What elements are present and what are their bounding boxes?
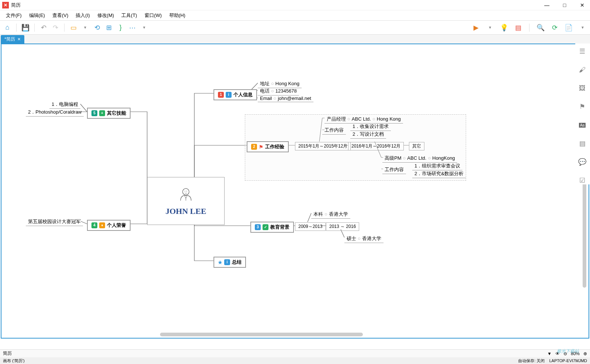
right-panel: ☰ 🖌 🖼 ⚑ Aa ▤ 💬 ☑ — [575, 44, 589, 184]
format-icon[interactable]: 🖌 — [578, 66, 586, 74]
share-icon[interactable]: ⟳ — [550, 23, 559, 32]
edu-period-2[interactable]: 2013 ～ 2016 — [326, 222, 359, 231]
export-icon[interactable]: 📄 — [564, 23, 573, 32]
image-icon[interactable]: 🖼 — [578, 84, 586, 92]
topic-icon[interactable]: ▭ — [69, 23, 78, 32]
comment-icon[interactable]: 💬 — [578, 158, 586, 166]
work-job1-task1[interactable]: 1．收集设计需求 — [350, 122, 391, 131]
personal-phone[interactable]: 电话○12345678 — [258, 87, 299, 96]
value: 产品经理 — [327, 116, 346, 122]
edu-degree-1[interactable]: 本科○香港大学 — [311, 210, 350, 219]
menu-view[interactable]: 查看(V) — [49, 11, 72, 20]
edu-degree-2[interactable]: 硕士○香港大学 — [344, 235, 384, 243]
dropdown-icon[interactable]: ▼ — [140, 23, 149, 32]
more-icon[interactable]: ⋯ — [128, 23, 137, 32]
bottom-label: 简历 — [3, 350, 12, 357]
tab-bar: *简历 ✕ — [0, 35, 590, 44]
connectors — [1, 44, 496, 339]
priority-badge: 5 — [91, 110, 97, 116]
skill-1[interactable]: 1．电脑编程 — [49, 100, 80, 109]
relation-icon[interactable]: ⟲ — [93, 23, 101, 32]
separator — [34, 24, 35, 32]
gantt-icon[interactable]: ▤ — [514, 23, 523, 32]
work-period-1[interactable]: 2015年1月～2015年12月 — [295, 142, 351, 150]
work-job1-task2[interactable]: 2．写设计文档 — [350, 130, 386, 139]
search-icon[interactable]: 🔍 — [536, 23, 545, 32]
notes-icon[interactable]: ▤ — [578, 139, 586, 148]
window-title: 简历 — [11, 2, 541, 8]
work-job1-content-label[interactable]: 工作内容 — [322, 126, 346, 135]
save-icon[interactable]: 💾 — [21, 23, 30, 32]
summary-icon[interactable]: } — [116, 23, 125, 32]
label: Email — [260, 96, 272, 101]
home-icon[interactable]: ⌂ — [3, 23, 12, 32]
value: 高级PM — [385, 155, 402, 161]
redo-icon[interactable]: ↷ — [51, 23, 60, 32]
task-icon[interactable]: ☑ — [578, 176, 586, 184]
close-button[interactable]: ✕ — [577, 1, 588, 9]
text-icon[interactable]: Aa — [578, 121, 586, 129]
maximize-button[interactable]: □ — [559, 1, 570, 9]
work-period-2[interactable]: 2016年1月～2016年12月 — [348, 142, 404, 150]
check-badge: ✓ — [263, 224, 268, 230]
menu-modify[interactable]: 修改(M) — [94, 11, 118, 20]
dropdown-icon[interactable]: ▼ — [486, 23, 494, 32]
node-label: 个人荣誉 — [107, 222, 126, 229]
node-work-exp[interactable]: 2 ⚑ 工作经验 — [247, 141, 289, 152]
central-topic[interactable]: JOHN LEE — [147, 177, 225, 225]
value: john@email.net — [278, 96, 311, 101]
present-icon[interactable]: ▶ — [472, 23, 480, 32]
dropdown-icon[interactable]: ▼ — [81, 23, 90, 32]
app-icon: ✕ — [2, 2, 9, 8]
undo-icon[interactable]: ↶ — [39, 23, 48, 32]
boundary-icon[interactable]: ⊞ — [104, 23, 113, 32]
status-canvas: 画布 ('简历') — [3, 358, 25, 364]
canvas[interactable]: JOHN LEE 1 i 个人信息 2 ⚑ 工作经验 3 ✓ 教育背景 ★ i … — [1, 44, 589, 339]
edu-period-1[interactable]: 2009～2013 — [295, 222, 326, 231]
status-device: LAPTOP-EVI7MJMD — [549, 358, 587, 363]
node-skills[interactable]: 5 + 其它技能 — [87, 108, 131, 119]
skill-2[interactable]: 2．Photoshop/Coraldraw — [26, 108, 84, 117]
menu-window[interactable]: 窗口(W) — [141, 11, 166, 20]
toolbar: ⌂ 💾 ↶ ↷ ▭ ▼ ⟲ ⊞ } ⋯ ▼ ▶ ▼ 💡 ▤ 🔍 ⟳ 📄 ▼ — [0, 21, 590, 35]
value: 本科 — [313, 211, 323, 217]
avatar-icon — [177, 186, 195, 204]
menu-file[interactable]: 文件(F) — [2, 11, 25, 20]
work-job2-task2[interactable]: 2．市场研究&数据分析 — [412, 170, 466, 178]
work-other[interactable]: 其它 — [409, 142, 424, 150]
honor-1[interactable]: 第五届校园设计大赛冠军 — [26, 218, 83, 226]
node-summary[interactable]: ★ i 总结 — [214, 257, 246, 268]
info-badge: i — [226, 92, 232, 98]
tab-close-icon[interactable]: ✕ — [17, 37, 21, 42]
node-education[interactable]: 3 ✓ 教育背景 — [250, 222, 294, 233]
work-job2-content-label[interactable]: 工作内容 — [382, 166, 406, 174]
outline-icon[interactable]: ☰ — [578, 47, 586, 55]
idea-icon[interactable]: 💡 — [500, 23, 509, 32]
watermark: 极光下载站 — [557, 348, 579, 354]
filter-icon[interactable]: ▼ — [547, 351, 552, 356]
menu-edit[interactable]: 编辑(E) — [25, 11, 49, 20]
personal-email[interactable]: Email○john@email.net — [258, 95, 313, 102]
value: 香港大学 — [362, 236, 381, 241]
marker-icon[interactable]: ⚑ — [578, 103, 586, 111]
separator — [16, 24, 17, 32]
menu-bar: 文件(F) 编辑(E) 查看(V) 插入(I) 修改(M) 工具(T) 窗口(W… — [0, 10, 590, 21]
node-personal-info[interactable]: 1 i 个人信息 — [214, 89, 257, 100]
priority-badge: 3 — [255, 224, 261, 230]
zoom-in-icon[interactable]: ⊕ — [583, 351, 587, 356]
separator — [529, 24, 530, 32]
work-job2-task1[interactable]: 1．组织需求审查会议 — [412, 162, 462, 170]
menu-help[interactable]: 帮助(H) — [166, 11, 189, 20]
menu-insert[interactable]: 插入(I) — [72, 11, 93, 20]
plus-badge: + — [99, 110, 105, 116]
work-job2-title[interactable]: 高级PM○ABC Ltd.○HongKong — [382, 154, 457, 163]
document-tab[interactable]: *简历 ✕ — [1, 35, 24, 44]
minimize-button[interactable]: — — [541, 1, 552, 9]
status-autosave: 自动保存: 关闭 — [518, 358, 545, 363]
info-badge: i — [224, 259, 230, 265]
node-honor[interactable]: 4 ♦ 个人荣誉 — [87, 220, 131, 231]
dropdown-icon[interactable]: ▼ — [578, 23, 587, 32]
label: 电话 — [260, 88, 270, 94]
menu-tool[interactable]: 工具(T) — [118, 11, 141, 20]
horizontal-scrollbar[interactable] — [160, 333, 363, 336]
